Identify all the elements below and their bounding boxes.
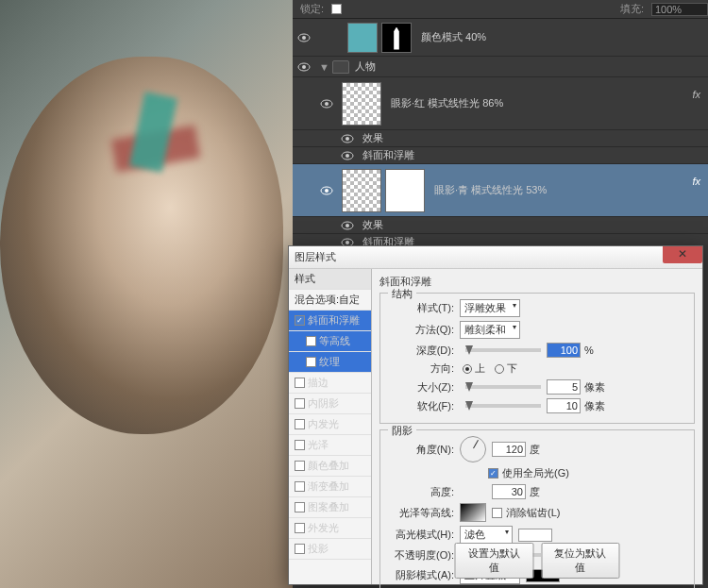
layer-fx-effects[interactable]: 效果	[293, 130, 708, 147]
style-list-header[interactable]: 样式	[289, 269, 371, 290]
layer-eyeshadow-cyan[interactable]: 眼影·青 模式线性光 53% fx	[293, 164, 708, 217]
angle-input[interactable]: 120	[492, 442, 526, 457]
expand-arrow-icon[interactable]: ▼	[319, 61, 329, 73]
svg-point-3	[302, 65, 306, 69]
antialias-checkbox[interactable]	[492, 508, 502, 518]
style-texture[interactable]: 纹理	[289, 352, 371, 373]
layers-option-bar: 锁定: 填充: 100%	[293, 0, 708, 19]
soften-input[interactable]: 10	[547, 398, 581, 413]
checkbox-icon[interactable]	[306, 336, 316, 346]
angle-label: 角度(N):	[386, 443, 454, 457]
layer-fx-bevel[interactable]: 斜面和浮雕	[293, 234, 708, 245]
fill-value-input[interactable]: 100%	[651, 3, 708, 16]
size-label: 大小(Z):	[386, 380, 454, 395]
fx-item-label: 斜面和浮雕	[362, 148, 414, 162]
checkbox-icon[interactable]	[295, 523, 305, 533]
highlight-color-swatch[interactable]	[518, 529, 552, 542]
depth-input[interactable]: 100	[547, 343, 581, 358]
fx-badge[interactable]: fx	[692, 89, 700, 100]
visibility-icon[interactable]	[340, 218, 355, 233]
gloss-label: 光泽等高线:	[386, 506, 454, 520]
style-stroke[interactable]: 描边	[289, 373, 371, 394]
angle-unit: 度	[530, 443, 540, 457]
global-light-label: 使用全局光(G)	[502, 466, 569, 480]
lock-checkbox[interactable]	[331, 4, 342, 14]
direction-down-radio[interactable]	[495, 364, 504, 374]
structure-group: 结构 样式(T):浮雕效果 方法(Q):雕刻柔和 深度(D):100% 方向:上…	[379, 293, 695, 424]
layer-color-mode[interactable]: 颜色模式 40%	[293, 19, 708, 57]
visibility-icon[interactable]	[340, 235, 355, 246]
group-label: 人物	[355, 59, 376, 74]
fx-badge[interactable]: fx	[692, 176, 700, 187]
checkbox-icon[interactable]	[295, 461, 305, 471]
style-outer-glow[interactable]: 外发光	[289, 518, 371, 539]
style-inner-glow[interactable]: 内发光	[289, 414, 371, 435]
technique-select[interactable]: 雕刻柔和	[460, 321, 520, 339]
checkbox-icon[interactable]	[306, 357, 316, 367]
altitude-input[interactable]: 30	[492, 484, 526, 499]
depth-unit: %	[584, 344, 594, 356]
shading-legend: 阴影	[388, 424, 416, 438]
highlight-opacity-label: 不透明度(O):	[386, 548, 454, 563]
size-slider[interactable]	[465, 385, 541, 389]
style-color-overlay[interactable]: 颜色叠加	[289, 456, 371, 477]
visibility-icon[interactable]	[296, 30, 312, 45]
svg-point-1	[302, 36, 306, 40]
style-gradient-overlay[interactable]: 渐变叠加	[289, 477, 371, 497]
reset-default-button[interactable]: 复位为默认值	[541, 543, 620, 579]
soften-slider[interactable]	[465, 404, 541, 408]
style-select[interactable]: 浮雕效果	[460, 299, 520, 317]
layer-group-people[interactable]: ▼ 人物	[293, 57, 708, 77]
style-blend-options[interactable]: 混合选项:自定	[289, 290, 371, 311]
depth-slider[interactable]	[465, 348, 541, 352]
dialog-titlebar[interactable]: 图层样式 ✕	[289, 246, 702, 269]
style-label: 样式(T):	[386, 301, 454, 315]
global-light-checkbox[interactable]	[488, 468, 498, 479]
fill-label: 填充:	[620, 2, 644, 16]
checkbox-icon[interactable]	[295, 419, 305, 429]
style-contour[interactable]: 等高线	[289, 331, 371, 352]
layer-thumb	[342, 82, 381, 126]
layer-fx-effects[interactable]: 效果	[293, 217, 708, 234]
gloss-contour-picker[interactable]	[460, 503, 486, 522]
layer-thumb	[347, 23, 378, 53]
depth-label: 深度(D):	[386, 344, 454, 358]
checkbox-icon[interactable]	[295, 378, 305, 388]
layer-eyeshadow-red[interactable]: 眼影·红 模式线性光 86% fx	[293, 77, 708, 130]
style-satin[interactable]: 光泽	[289, 435, 371, 456]
layer-label: 眼影·青 模式线性光 53%	[434, 183, 547, 197]
svg-point-5	[325, 102, 329, 106]
layer-fx-bevel[interactable]: 斜面和浮雕	[293, 147, 708, 164]
make-default-button[interactable]: 设置为默认值	[455, 543, 534, 579]
technique-label: 方法(Q):	[386, 323, 454, 337]
style-inner-shadow[interactable]: 内阴影	[289, 394, 371, 414]
visibility-icon[interactable]	[296, 59, 312, 75]
checkbox-icon[interactable]	[295, 544, 305, 554]
angle-dial[interactable]	[460, 436, 486, 462]
checkbox-icon[interactable]	[295, 481, 305, 492]
style-bevel[interactable]: 斜面和浮雕	[289, 311, 371, 331]
style-pattern-overlay[interactable]: 图案叠加	[289, 497, 371, 518]
structure-legend: 结构	[388, 287, 416, 301]
layer-label: 眼影·红 模式线性光 86%	[391, 96, 503, 110]
visibility-icon[interactable]	[340, 131, 355, 146]
canvas-background	[0, 0, 293, 588]
visibility-icon[interactable]	[319, 183, 334, 198]
checkbox-icon[interactable]	[295, 398, 305, 409]
visibility-icon[interactable]	[340, 148, 355, 163]
direction-up-radio[interactable]	[463, 364, 472, 374]
layers-panel: 颜色模式 40% ▼ 人物 眼影·红 模式线性光 86% fx 效果 斜面和浮雕…	[293, 19, 708, 245]
checkbox-icon[interactable]	[295, 502, 305, 512]
highlight-mode-select[interactable]: 滤色	[460, 526, 513, 544]
fx-item-label: 斜面和浮雕	[362, 235, 414, 245]
checkbox-icon[interactable]	[295, 440, 305, 450]
layer-label: 颜色模式 40%	[421, 30, 486, 44]
shadow-mode-label: 阴影模式(A):	[386, 568, 454, 582]
style-drop-shadow[interactable]: 投影	[289, 539, 371, 560]
soften-label: 软化(F):	[386, 399, 454, 413]
svg-point-11	[325, 189, 329, 193]
visibility-icon[interactable]	[319, 96, 334, 111]
checkbox-icon[interactable]	[295, 315, 305, 326]
close-button[interactable]: ✕	[663, 246, 702, 263]
size-input[interactable]: 5	[547, 379, 581, 395]
